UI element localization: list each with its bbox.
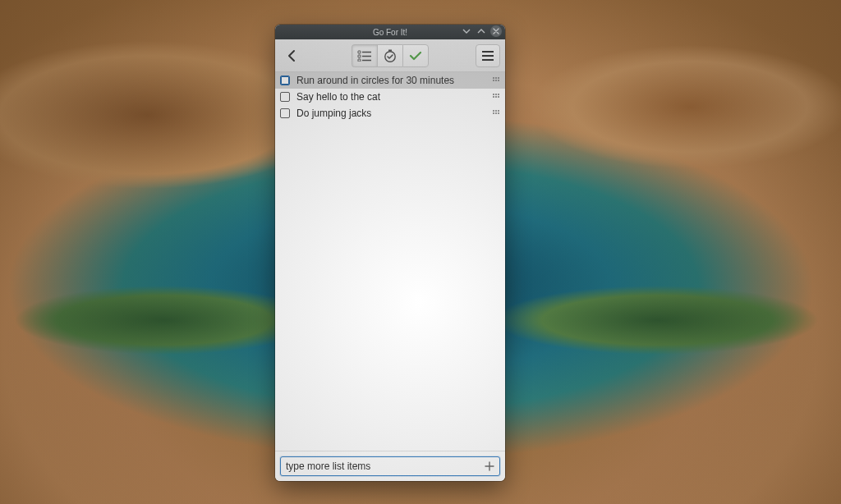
drag-handle-icon	[492, 76, 500, 85]
task-checkbox[interactable]	[280, 76, 290, 85]
svg-point-19	[498, 94, 499, 95]
svg-rect-1	[358, 55, 361, 57]
svg-point-25	[498, 110, 499, 112]
svg-point-21	[495, 96, 497, 98]
chevron-down-icon	[462, 27, 471, 35]
menu-button[interactable]	[476, 44, 500, 67]
svg-point-11	[493, 77, 494, 79]
svg-point-12	[495, 77, 497, 79]
window-controls	[461, 25, 502, 37]
task-checkbox[interactable]	[280, 92, 290, 102]
minimize-button[interactable]	[461, 25, 472, 37]
desktop-background: Go For It!	[0, 0, 841, 504]
timer-check-icon	[383, 48, 398, 63]
task-label: Do jumping jacks	[296, 108, 485, 119]
back-button[interactable]	[280, 44, 305, 67]
tab-done[interactable]	[402, 44, 429, 67]
maximize-button[interactable]	[476, 25, 487, 37]
app-window: Go For It!	[275, 25, 505, 481]
tab-todo-list[interactable]	[352, 44, 377, 67]
task-row[interactable]: Do jumping jacks	[275, 105, 505, 121]
svg-point-15	[495, 80, 497, 81]
check-icon	[408, 48, 423, 63]
add-item-button[interactable]	[485, 461, 494, 471]
task-drag-handle[interactable]	[492, 76, 500, 85]
svg-rect-7	[388, 49, 392, 51]
svg-point-20	[493, 96, 494, 98]
task-label: Run around in circles for 30 minutes	[296, 75, 485, 86]
task-drag-handle[interactable]	[492, 109, 500, 117]
svg-point-18	[495, 94, 497, 95]
svg-point-22	[498, 96, 499, 98]
svg-point-24	[495, 110, 497, 112]
task-checkbox[interactable]	[280, 108, 290, 118]
list-bullets-icon	[357, 50, 372, 62]
task-drag-handle[interactable]	[492, 93, 500, 101]
chevron-left-icon	[285, 48, 300, 63]
svg-point-28	[498, 112, 499, 114]
svg-point-16	[498, 80, 499, 81]
drag-handle-icon	[492, 93, 500, 101]
svg-point-26	[493, 112, 494, 114]
task-label: Say hello to the cat	[296, 91, 485, 103]
svg-point-27	[495, 112, 497, 114]
task-list[interactable]: Run around in circles for 30 minutesSay …	[275, 72, 505, 451]
window-titlebar[interactable]: Go For It!	[275, 25, 505, 39]
svg-point-17	[493, 94, 494, 95]
chevron-up-icon	[477, 27, 485, 35]
svg-rect-2	[358, 59, 361, 62]
hamburger-icon	[481, 50, 494, 62]
view-switcher	[352, 44, 429, 67]
new-item-input[interactable]	[286, 460, 485, 472]
task-row[interactable]: Run around in circles for 30 minutes	[275, 72, 505, 89]
plus-icon	[485, 461, 494, 471]
close-icon	[493, 28, 499, 34]
svg-point-14	[493, 80, 494, 81]
footer	[275, 451, 505, 481]
tab-timer[interactable]	[377, 44, 402, 67]
svg-point-23	[493, 110, 494, 112]
window-title: Go For It!	[373, 28, 407, 37]
toolbar	[275, 39, 505, 72]
svg-point-13	[498, 77, 499, 79]
task-row[interactable]: Say hello to the cat	[275, 89, 505, 105]
close-button[interactable]	[490, 25, 502, 37]
drag-handle-icon	[492, 109, 500, 117]
new-item-input-wrap[interactable]	[280, 456, 500, 476]
svg-rect-0	[358, 51, 361, 53]
